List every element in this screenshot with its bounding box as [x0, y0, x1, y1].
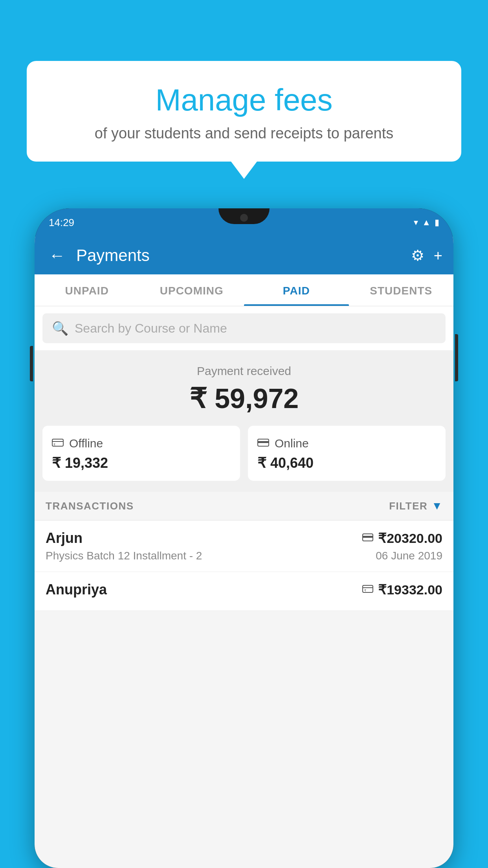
payment-cards: ₹ Offline ₹ 19,332 [42, 426, 446, 481]
app-header: ← Payments ⚙ + [35, 237, 453, 274]
online-icon [257, 437, 269, 450]
add-icon[interactable]: + [434, 247, 442, 264]
header-actions: ⚙ + [411, 247, 442, 264]
offline-amount: ₹ 19,332 [52, 455, 231, 471]
wifi-icon: ▾ [414, 217, 418, 228]
offline-payment-card: ₹ Offline ₹ 19,332 [42, 426, 240, 481]
tabs-bar: UNPAID UPCOMING PAID STUDENTS [35, 274, 453, 306]
transaction-name-2: Anupriya [46, 581, 107, 598]
online-payment-icon [362, 532, 373, 544]
table-row[interactable]: Anupriya ₹ ₹19332.00 [35, 572, 453, 611]
svg-rect-6 [363, 536, 373, 538]
transaction-row-top-2: Anupriya ₹ ₹19332.00 [46, 581, 442, 598]
online-payment-card: Online ₹ 40,640 [248, 426, 446, 481]
bubble-title: Manage fees [50, 83, 438, 118]
table-row[interactable]: Arjun ₹20320.00 Physics Batch 12 Install… [35, 520, 453, 572]
filter-button[interactable]: FILTER ▼ [389, 500, 442, 512]
offline-icon: ₹ [52, 437, 64, 450]
header-title: Payments [76, 246, 403, 265]
transaction-amount-wrap: ₹20320.00 [362, 530, 442, 546]
transaction-row-bottom: Physics Batch 12 Installment - 2 06 June… [46, 550, 442, 562]
transactions-header: TRANSACTIONS FILTER ▼ [35, 492, 453, 520]
battery-icon: ▮ [435, 217, 439, 228]
search-icon: 🔍 [52, 320, 68, 336]
online-amount: ₹ 40,640 [257, 455, 436, 471]
transaction-date: 06 June 2019 [376, 550, 442, 562]
status-bar: 14:29 ▾ ▲ ▮ [35, 208, 453, 237]
transaction-row-top: Arjun ₹20320.00 [46, 530, 442, 546]
offline-label: Offline [69, 437, 103, 450]
back-button[interactable]: ← [46, 243, 68, 268]
bubble-subtitle: of your students and send receipts to pa… [50, 125, 438, 142]
transaction-amount: ₹20320.00 [378, 530, 442, 546]
payment-received-section: Payment received ₹ 59,972 ₹ Offline [35, 350, 453, 492]
transaction-name: Arjun [46, 530, 83, 546]
tab-upcoming[interactable]: UPCOMING [139, 274, 244, 306]
search-box[interactable]: 🔍 Search by Course or Name [42, 313, 446, 343]
phone-frame: 14:29 ▾ ▲ ▮ ← Payments ⚙ + UNPAID UPCOMI… [35, 208, 453, 868]
payment-received-label: Payment received [42, 364, 446, 378]
svg-rect-4 [258, 441, 269, 443]
online-label: Online [275, 437, 309, 450]
online-card-header: Online [257, 437, 436, 450]
filter-icon: ▼ [431, 500, 442, 512]
svg-text:₹: ₹ [364, 589, 366, 592]
tab-students[interactable]: STUDENTS [349, 274, 454, 306]
search-container: 🔍 Search by Course or Name [35, 306, 453, 350]
transaction-amount-2: ₹19332.00 [378, 582, 442, 598]
settings-icon[interactable]: ⚙ [411, 247, 424, 264]
transactions-label: TRANSACTIONS [46, 500, 134, 512]
phone-screen: ← Payments ⚙ + UNPAID UPCOMING PAID STUD… [35, 237, 453, 868]
search-placeholder: Search by Course or Name [75, 321, 227, 336]
svg-text:₹: ₹ [53, 443, 55, 447]
payment-total-amount: ₹ 59,972 [42, 383, 446, 415]
tab-unpaid[interactable]: UNPAID [35, 274, 139, 306]
tab-paid[interactable]: PAID [244, 274, 349, 306]
status-time: 14:29 [49, 217, 74, 229]
phone-power-button [455, 334, 458, 381]
status-icons: ▾ ▲ ▮ [414, 217, 439, 228]
phone-volume-button [30, 346, 33, 381]
offline-card-header: ₹ Offline [52, 437, 231, 450]
transaction-detail: Physics Batch 12 Installment - 2 [46, 550, 202, 562]
speech-bubble: Manage fees of your students and send re… [27, 61, 461, 162]
transaction-amount-wrap-2: ₹ ₹19332.00 [362, 582, 442, 598]
filter-label: FILTER [389, 500, 427, 512]
offline-payment-icon: ₹ [362, 584, 373, 596]
signal-icon: ▲ [422, 217, 431, 228]
